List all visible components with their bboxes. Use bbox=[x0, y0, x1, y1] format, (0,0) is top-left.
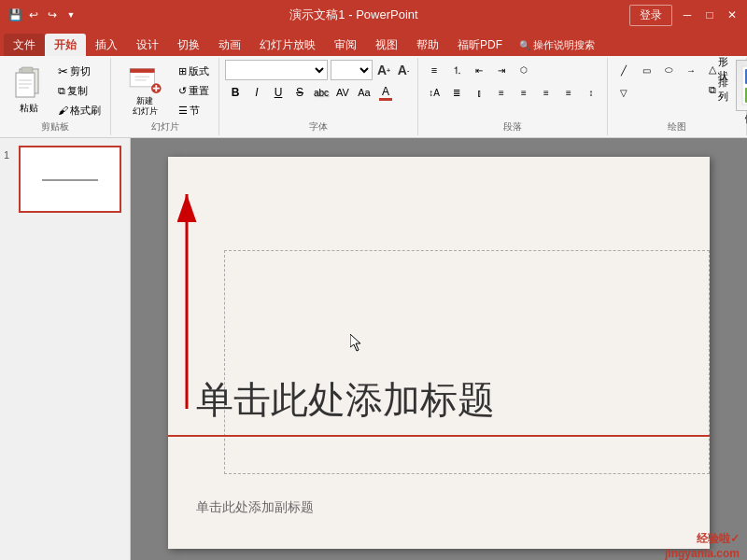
arrange-button[interactable]: ⧉ 排列 bbox=[705, 80, 732, 99]
tab-view[interactable]: 视图 bbox=[366, 34, 407, 56]
tab-slideshow[interactable]: 幻灯片放映 bbox=[250, 34, 325, 56]
reset-button[interactable]: ↺ 重置 bbox=[175, 81, 213, 100]
section-button[interactable]: ☰ 节 bbox=[175, 101, 213, 119]
smart-art-button[interactable]: ⬡ bbox=[514, 60, 534, 80]
numbering-button[interactable]: ⒈ bbox=[446, 60, 467, 80]
format-painter-button[interactable]: 🖌 格式刷 bbox=[54, 101, 105, 119]
canvas-area[interactable]: 单击此处添加标题 单击此处添加副标题 经验啦✓ jingya bbox=[131, 138, 747, 560]
decrease-font-button[interactable]: A- bbox=[395, 62, 412, 78]
login-button[interactable]: 登录 bbox=[629, 5, 672, 26]
save-icon[interactable]: 💾 bbox=[7, 7, 22, 22]
format-painter-icon: 🖌 bbox=[58, 105, 68, 116]
bullets-button[interactable]: ≡ bbox=[424, 60, 444, 80]
layout-label: 版式 bbox=[189, 64, 209, 78]
customize-icon[interactable]: ▼ bbox=[63, 7, 78, 22]
arrange-label: 排列 bbox=[718, 76, 728, 104]
title-bar-left: 💾 ↩ ↪ ▼ bbox=[7, 7, 78, 22]
slide-thumb-container-1: 1 bbox=[4, 146, 126, 213]
font-color-button[interactable]: A bbox=[375, 82, 396, 103]
paste-icon bbox=[12, 64, 46, 102]
section-icon: ☰ bbox=[178, 105, 188, 117]
new-slide-button[interactable]: 新建幻灯片 bbox=[117, 60, 173, 119]
align-left-button[interactable]: ≡ bbox=[491, 82, 512, 103]
close-icon[interactable]: ✕ bbox=[725, 7, 740, 22]
copy-label: 复制 bbox=[67, 84, 88, 98]
arrange-icon: ⧉ bbox=[709, 84, 716, 96]
title-placeholder-border bbox=[224, 250, 710, 474]
svg-rect-1 bbox=[16, 73, 35, 97]
shape-arrow-button[interactable]: → bbox=[681, 60, 701, 80]
decrease-indent-button[interactable]: ⇤ bbox=[469, 60, 489, 80]
tab-review[interactable]: 审阅 bbox=[325, 34, 366, 56]
italic-button[interactable]: I bbox=[247, 82, 267, 103]
slide-canvas[interactable]: 单击此处添加标题 单击此处添加副标题 bbox=[168, 157, 710, 549]
text-direction-button[interactable]: ↕A bbox=[424, 82, 444, 103]
minimize-icon[interactable]: ─ bbox=[680, 7, 695, 22]
tab-design[interactable]: 设计 bbox=[127, 34, 168, 56]
ribbon-tabs: 文件 开始 插入 设计 切换 动画 幻灯片放映 审阅 视图 帮助 福昕PDF 🔍… bbox=[0, 30, 747, 56]
increase-indent-button[interactable]: ⇥ bbox=[491, 60, 512, 80]
underline-button[interactable]: U bbox=[268, 82, 289, 103]
cut-button[interactable]: ✂ 剪切 bbox=[54, 62, 105, 80]
shadow-button[interactable]: abc bbox=[311, 82, 331, 103]
svg-rect-7 bbox=[130, 69, 154, 73]
ribbon-group-slides: 新建幻灯片 ⊞ 版式 ↺ 重置 ☰ 节 幻灯片 bbox=[111, 58, 219, 135]
slide-title-area[interactable]: 单击此处添加标题 bbox=[168, 365, 710, 437]
layout-icon: ⊞ bbox=[178, 65, 187, 77]
line-spacing-button[interactable]: ↕ bbox=[581, 82, 601, 103]
align-center-button[interactable]: ≡ bbox=[514, 82, 534, 103]
tab-transition[interactable]: 切换 bbox=[168, 34, 209, 56]
align-right-button[interactable]: ≡ bbox=[536, 82, 557, 103]
new-slide-label: 新建幻灯片 bbox=[133, 96, 158, 117]
font-name-select[interactable] bbox=[225, 60, 328, 80]
ribbon: 粘贴 ✂ 剪切 ⧉ 复制 🖌 格式刷 剪贴板 bbox=[0, 56, 747, 138]
font-size-select[interactable] bbox=[331, 60, 373, 80]
section-label: 节 bbox=[190, 104, 200, 118]
paragraph-group-label: 段落 bbox=[418, 120, 607, 133]
shape-more-button[interactable]: ▽ bbox=[613, 82, 634, 103]
window-title: 演示文稿1 - PowerPoint bbox=[78, 7, 629, 23]
shape-line-button[interactable]: ╱ bbox=[613, 60, 634, 80]
tab-start[interactable]: 开始 bbox=[45, 34, 86, 56]
shape-rect-button[interactable]: ▭ bbox=[636, 60, 656, 80]
quick-styles-panel[interactable] bbox=[736, 60, 747, 111]
copy-icon: ⧉ bbox=[58, 85, 65, 97]
drawing-group-label: 绘图 bbox=[608, 120, 746, 133]
undo-icon[interactable]: ↩ bbox=[26, 7, 41, 22]
layout-button[interactable]: ⊞ 版式 bbox=[175, 62, 213, 80]
increase-font-button[interactable]: A+ bbox=[375, 62, 392, 78]
slide-subtitle-text[interactable]: 单击此处添加副标题 bbox=[196, 499, 682, 516]
font-spacing-button[interactable]: AV bbox=[332, 82, 353, 103]
paste-button[interactable]: 粘贴 bbox=[6, 60, 52, 119]
ribbon-group-drawing: ╱ ▭ ⬭ → ▽ △ 形状 ⧉ 排列 bbox=[608, 58, 747, 135]
tab-search[interactable]: 🔍 操作说明搜索 bbox=[512, 34, 602, 56]
columns-button[interactable]: ⫿ bbox=[469, 82, 489, 103]
tab-file[interactable]: 文件 bbox=[4, 34, 45, 56]
tab-foxitpdf[interactable]: 福昕PDF bbox=[448, 34, 512, 56]
ribbon-group-paragraph: ≡ ⒈ ⇤ ⇥ ⬡ ↕A ≣ ⫿ ≡ ≡ ≡ ≡ ↕ 段落 bbox=[418, 58, 608, 135]
format-painter-label: 格式刷 bbox=[70, 104, 101, 118]
bold-button[interactable]: B bbox=[225, 82, 246, 103]
main-area: 1 单击此处添加标题 单击此处添加副标题 bbox=[0, 138, 747, 560]
slide-title-text[interactable]: 单击此处添加标题 bbox=[196, 374, 682, 426]
shape-oval-button[interactable]: ⬭ bbox=[658, 60, 679, 80]
justify-button[interactable]: ≡ bbox=[558, 82, 579, 103]
change-case-button[interactable]: Aa bbox=[354, 82, 374, 103]
font-group-label: 字体 bbox=[219, 120, 417, 133]
cut-icon: ✂ bbox=[58, 64, 68, 78]
redo-icon[interactable]: ↪ bbox=[45, 7, 60, 22]
title-bar: 💾 ↩ ↪ ▼ 演示文稿1 - PowerPoint 登录 ─ □ ✕ bbox=[0, 0, 747, 30]
tab-animation[interactable]: 动画 bbox=[209, 34, 250, 56]
title-bar-right: 登录 ─ □ ✕ bbox=[629, 5, 740, 26]
cut-label: 剪切 bbox=[70, 64, 91, 78]
slide-subtitle-area[interactable]: 单击此处添加副标题 bbox=[168, 495, 710, 521]
copy-button[interactable]: ⧉ 复制 bbox=[54, 81, 105, 100]
align-text-button[interactable]: ≣ bbox=[446, 82, 467, 103]
tab-help[interactable]: 帮助 bbox=[407, 34, 448, 56]
watermark-line2: jingyanla.com bbox=[665, 547, 740, 560]
restore-icon[interactable]: □ bbox=[702, 7, 717, 22]
strikethrough-button[interactable]: S bbox=[289, 82, 310, 103]
slide-panel: 1 bbox=[0, 138, 131, 560]
tab-insert[interactable]: 插入 bbox=[86, 34, 127, 56]
slide-thumbnail-1[interactable] bbox=[19, 146, 121, 213]
